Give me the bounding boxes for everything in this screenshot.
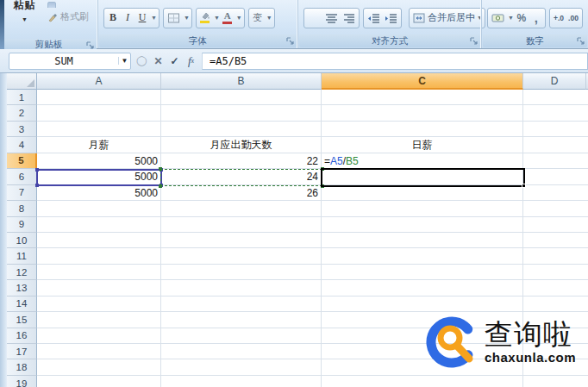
- align-right-button[interactable]: [341, 9, 357, 27]
- cell-A6[interactable]: 5000: [37, 169, 161, 184]
- merge-center-button[interactable]: [411, 9, 427, 27]
- cell-C2[interactable]: [322, 105, 523, 121]
- underline-button[interactable]: U: [135, 9, 149, 27]
- cell-D1[interactable]: [523, 90, 588, 105]
- formula-input[interactable]: =A5/B5: [202, 53, 588, 70]
- percent-style-button[interactable]: %: [515, 9, 529, 27]
- phonetic-dropdown-icon[interactable]: ▼: [266, 15, 272, 21]
- cell-D2[interactable]: [523, 105, 588, 121]
- cell-A9[interactable]: [37, 217, 161, 233]
- row-header-18[interactable]: 18: [7, 359, 37, 375]
- cell-B1[interactable]: [161, 90, 322, 105]
- cell-D7[interactable]: [523, 185, 588, 201]
- row-header-13[interactable]: 13: [7, 280, 37, 296]
- insert-function-button[interactable]: fx: [184, 53, 198, 69]
- cell-A4[interactable]: 月薪: [37, 137, 161, 153]
- cell-D11[interactable]: [523, 248, 588, 264]
- cell-A10[interactable]: [37, 233, 161, 248]
- cancel-button[interactable]: ✕: [151, 53, 166, 69]
- accounting-format-button[interactable]: [490, 9, 506, 27]
- cell-C7[interactable]: [322, 185, 523, 201]
- underline-dropdown-icon[interactable]: ▼: [151, 15, 157, 21]
- cell-A8[interactable]: [37, 201, 161, 216]
- cell-D6[interactable]: [523, 169, 588, 184]
- increase-indent-button[interactable]: [383, 9, 399, 27]
- cell-D8[interactable]: [523, 201, 588, 216]
- name-box-dropdown-icon[interactable]: ▼: [118, 57, 130, 65]
- borders-button[interactable]: [166, 9, 182, 27]
- merge-center-label[interactable]: 合并后居中: [428, 11, 475, 24]
- cell-B4[interactable]: 月应出勤天数: [161, 137, 322, 153]
- name-box[interactable]: SUM ▼: [9, 53, 131, 70]
- row-header-9[interactable]: 9: [7, 217, 37, 233]
- cell-D12[interactable]: [523, 265, 588, 280]
- comma-style-button[interactable]: ,: [529, 9, 543, 27]
- cell-C1[interactable]: [322, 90, 523, 105]
- cell-C19[interactable]: [322, 376, 523, 387]
- cell-B9[interactable]: [161, 217, 322, 233]
- cell-A1[interactable]: [37, 90, 161, 105]
- cell-A3[interactable]: [37, 122, 161, 137]
- cell-B19[interactable]: [161, 376, 322, 387]
- cell-C6[interactable]: [322, 169, 523, 184]
- row-header-6[interactable]: 6: [7, 169, 37, 184]
- cell-C5[interactable]: =A5/B5: [322, 153, 523, 169]
- cell-B17[interactable]: [161, 344, 322, 359]
- cell-C11[interactable]: [322, 248, 523, 264]
- cell-B10[interactable]: [161, 233, 322, 248]
- italic-button[interactable]: I: [121, 9, 134, 27]
- row-header-2[interactable]: 2: [7, 105, 37, 121]
- cell-C10[interactable]: [322, 233, 523, 248]
- row-header-12[interactable]: 12: [7, 265, 37, 280]
- column-header-D[interactable]: D: [523, 73, 586, 90]
- cell-B14[interactable]: [161, 296, 322, 312]
- cell-A16[interactable]: [37, 328, 161, 344]
- cell-B15[interactable]: [161, 312, 322, 328]
- row-header-14[interactable]: 14: [7, 296, 37, 312]
- row-header-4[interactable]: 4: [7, 137, 37, 153]
- cell-D9[interactable]: [523, 217, 588, 233]
- cell-A17[interactable]: [37, 344, 161, 359]
- align-center-button[interactable]: [323, 9, 340, 27]
- enter-button[interactable]: ✓: [167, 53, 182, 69]
- row-header-10[interactable]: 10: [7, 233, 37, 248]
- cell-B18[interactable]: [161, 359, 322, 375]
- cell-C9[interactable]: [322, 217, 523, 233]
- phonetic-button[interactable]: 变: [251, 9, 265, 27]
- row-header-5[interactable]: 5: [7, 153, 37, 169]
- row-header-7[interactable]: 7: [7, 185, 37, 201]
- decrease-decimal-button[interactable]: .00: [566, 9, 580, 27]
- row-header-19[interactable]: 19: [7, 376, 37, 387]
- cell-A18[interactable]: [37, 359, 161, 375]
- number-dialog-launcher-icon[interactable]: [577, 37, 585, 45]
- font-color-dropdown-icon[interactable]: ▼: [236, 15, 242, 21]
- cell-C12[interactable]: [322, 265, 523, 280]
- cell-C4[interactable]: 日薪: [322, 137, 523, 153]
- cell-D19[interactable]: [523, 376, 588, 387]
- cell-A14[interactable]: [37, 296, 161, 312]
- cell-A7[interactable]: 5000: [37, 185, 161, 201]
- row-header-11[interactable]: 11: [7, 248, 37, 264]
- select-all-corner[interactable]: [7, 73, 37, 90]
- column-header-B[interactable]: B: [161, 73, 322, 90]
- cell-C3[interactable]: [322, 122, 523, 137]
- row-header-1[interactable]: 1: [7, 90, 37, 105]
- paste-button[interactable]: 粘贴 ▼: [5, 0, 44, 38]
- font-dialog-launcher-icon[interactable]: [286, 37, 294, 45]
- cell-B5[interactable]: 22: [161, 153, 322, 169]
- cell-B13[interactable]: [161, 280, 322, 296]
- row-header-3[interactable]: 3: [7, 122, 37, 137]
- cell-A15[interactable]: [37, 312, 161, 328]
- align-left-button[interactable]: [306, 9, 322, 27]
- row-header-16[interactable]: 16: [7, 328, 37, 344]
- cell-D10[interactable]: [523, 233, 588, 248]
- cell-A13[interactable]: [37, 280, 161, 296]
- cell-B11[interactable]: [161, 248, 322, 264]
- cell-C13[interactable]: [322, 280, 523, 296]
- cell-A19[interactable]: [37, 376, 161, 387]
- paste-dropdown-icon[interactable]: ▼: [22, 16, 28, 22]
- fill-color-button[interactable]: [198, 9, 212, 27]
- cell-B16[interactable]: [161, 328, 322, 344]
- row-header-15[interactable]: 15: [7, 312, 37, 328]
- cell-D13[interactable]: [523, 280, 588, 296]
